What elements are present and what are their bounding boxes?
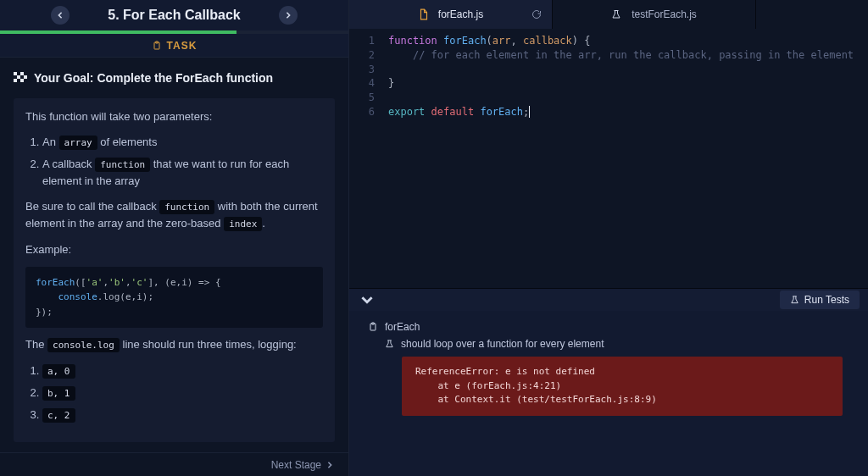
example-code-block: forEach(['a','b','c'], (e,i) => { consol…	[25, 267, 323, 329]
right-panel: forEach.js testForEach.js 123456 functio…	[349, 0, 868, 476]
text: A callback	[42, 158, 95, 170]
inline-code: a, 0	[42, 364, 75, 379]
tab-dirty-indicator	[531, 9, 542, 19]
svg-rect-4	[20, 72, 24, 75]
inline-code: c, 2	[42, 408, 75, 423]
run-tests-button[interactable]: Run Tests	[780, 291, 860, 309]
test-error-output: ReferenceError: e is not defined at e (f…	[402, 357, 843, 416]
next-lesson-button[interactable]	[279, 6, 298, 25]
js-file-icon	[418, 8, 430, 20]
list-item: c, 2	[42, 407, 323, 423]
chevron-down-icon	[361, 294, 373, 306]
task-content: Your Goal: Complete the ForEach function…	[0, 58, 348, 452]
svg-rect-6	[24, 75, 27, 79]
editor-tab-label: testForEach.js	[632, 8, 697, 20]
code-content: function forEach(arr, callback) { // for…	[383, 29, 854, 288]
next-stage-button[interactable]: Next Stage	[0, 452, 348, 476]
task-intro: This function will take two parameters:	[25, 108, 323, 125]
flask-icon	[790, 295, 799, 305]
collapse-panel-button[interactable]	[358, 294, 376, 306]
lesson-progress	[0, 30, 348, 34]
checkered-flag-icon	[14, 72, 27, 86]
test-results: forEach should loop over a function for …	[349, 311, 868, 426]
expected-output-list: a, 0 b, 1 c, 2	[42, 363, 323, 423]
list-item: A callback function that we want to run …	[42, 156, 323, 190]
chevron-right-icon	[285, 12, 292, 19]
next-stage-label: Next Stage	[271, 459, 321, 471]
tab-task-label: TASK	[167, 40, 198, 52]
text: Be sure to call the callback	[25, 200, 159, 213]
editor-tabs: forEach.js testForEach.js	[349, 0, 868, 29]
inline-code: function	[95, 158, 150, 172]
text: An	[42, 136, 59, 148]
code-editor[interactable]: 123456 function forEach(arr, callback) {…	[349, 29, 868, 288]
test-panel-bar: Run Tests	[349, 289, 868, 311]
list-item: b, 1	[42, 385, 323, 401]
list-item: An array of elements	[42, 134, 323, 151]
svg-rect-5	[17, 75, 20, 79]
list-item: a, 0	[42, 363, 323, 379]
flask-icon	[385, 339, 394, 349]
task-body: This function will take two parameters: …	[14, 98, 335, 442]
test-panel: Run Tests forEach should loop over a fun…	[349, 288, 868, 476]
text: The	[25, 338, 47, 351]
editor-tab-foreach[interactable]: forEach.js	[349, 0, 553, 29]
svg-rect-8	[20, 79, 24, 82]
lesson-bar: 5. For Each Callback	[0, 0, 348, 30]
editor-tab-testforeach[interactable]: testForEach.js	[553, 0, 756, 29]
inline-code: b, 1	[42, 386, 75, 401]
chevron-left-icon	[57, 12, 64, 19]
goal-heading-row: Your Goal: Complete the ForEach function	[14, 69, 335, 88]
svg-rect-7	[14, 79, 17, 82]
chevron-right-icon	[326, 462, 333, 468]
goal-heading: Your Goal: Complete the ForEach function	[34, 69, 273, 88]
besure-line: Be sure to call the callback function wi…	[25, 198, 323, 232]
task-tabs: TASK	[0, 34, 348, 58]
example-label: Example:	[25, 241, 323, 258]
tab-task[interactable]: TASK	[152, 40, 198, 52]
editor-tab-label: forEach.js	[438, 8, 483, 20]
run-tests-label: Run Tests	[804, 294, 849, 306]
inline-code: function	[159, 200, 214, 214]
inline-code: index	[224, 217, 262, 231]
test-group: forEach	[368, 321, 849, 333]
lesson-progress-fill	[0, 30, 236, 34]
test-case: should loop over a function for every el…	[385, 338, 849, 350]
test-case-desc: should loop over a function for every el…	[401, 338, 604, 350]
text: of elements	[97, 136, 158, 148]
text: line should run three times, logging:	[120, 338, 297, 351]
task-params-list: An array of elements A callback function…	[42, 134, 323, 190]
text: .	[262, 217, 265, 230]
test-group-name: forEach	[385, 321, 420, 333]
svg-rect-3	[14, 72, 17, 75]
flask-icon	[611, 8, 623, 20]
inline-code: array	[59, 136, 97, 150]
prev-lesson-button[interactable]	[51, 6, 70, 25]
line-gutter: 123456	[349, 29, 383, 288]
left-panel: 5. For Each Callback TASK Your Goal: Com…	[0, 0, 349, 476]
clipboard-icon	[152, 41, 162, 51]
lesson-title: 5. For Each Callback	[108, 8, 241, 23]
inline-code: console.log	[47, 338, 120, 352]
console-line: The console.log line should run three ti…	[25, 336, 323, 353]
clipboard-icon	[368, 322, 378, 332]
